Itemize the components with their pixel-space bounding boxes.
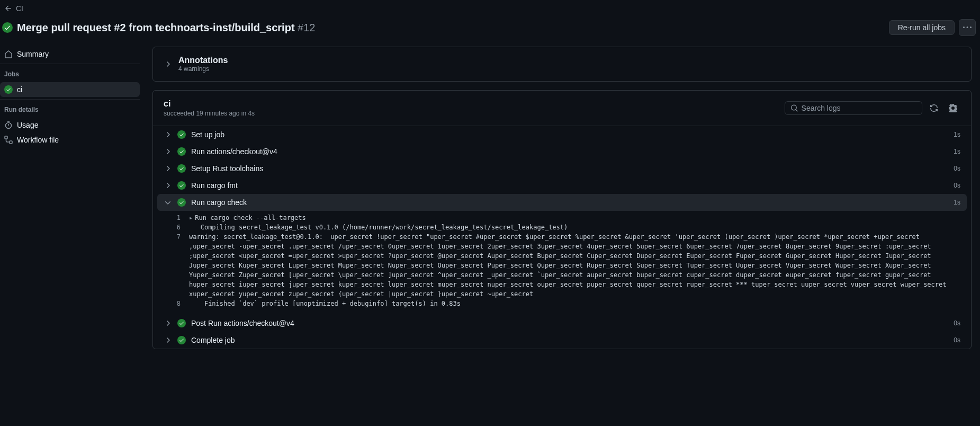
step-duration: 1s xyxy=(954,131,960,138)
sidebar-workflow-file[interactable]: Workflow file xyxy=(0,132,140,147)
search-icon xyxy=(790,104,798,112)
kebab-menu-button[interactable] xyxy=(959,19,976,36)
job-panel: ci succeeded 19 minutes ago in 4s xyxy=(152,90,972,349)
stopwatch-icon xyxy=(4,121,13,129)
run-title: Merge pull request #2 from technoarts-in… xyxy=(17,22,315,34)
chevron-right-icon xyxy=(164,60,172,68)
step-duration: 0s xyxy=(954,182,960,189)
step-name: Setup Rust toolchains xyxy=(191,164,263,173)
chevron-right-icon xyxy=(164,319,172,327)
arrow-left-icon xyxy=(4,4,13,13)
check-icon xyxy=(177,319,186,327)
log-line: 1▸Run cargo check --all-targets xyxy=(164,213,960,223)
chevron-right-icon xyxy=(164,181,172,190)
step-duration: 1s xyxy=(954,148,960,155)
log-search-input[interactable] xyxy=(802,104,916,112)
refresh-button[interactable] xyxy=(927,101,941,116)
check-icon xyxy=(177,130,186,139)
gear-icon xyxy=(949,104,957,112)
check-icon xyxy=(177,181,186,190)
sidebar-usage[interactable]: Usage xyxy=(0,118,140,132)
sidebar-summary-label: Summary xyxy=(17,50,49,58)
annotations-panel[interactable]: Annotations 4 warnings xyxy=(152,47,972,82)
breadcrumb-workflow: CI xyxy=(16,4,23,13)
sidebar: Summary Jobs ci Run details Usage Workfl… xyxy=(0,42,148,426)
chevron-right-icon xyxy=(164,164,172,173)
annotations-title: Annotations xyxy=(178,56,228,65)
rerun-all-button[interactable]: Re-run all jobs xyxy=(889,20,955,35)
run-number: #12 xyxy=(298,22,315,33)
chevron-right-icon xyxy=(164,130,172,139)
step-row[interactable]: Post Run actions/checkout@v40s xyxy=(153,315,971,332)
settings-button[interactable] xyxy=(946,101,960,116)
step-row[interactable]: Run cargo fmt0s xyxy=(153,177,971,194)
step-name: Complete job xyxy=(191,336,235,344)
step-name: Post Run actions/checkout@v4 xyxy=(191,319,294,327)
step-row[interactable]: Run actions/checkout@v41s xyxy=(153,143,971,160)
chevron-right-icon xyxy=(164,147,172,156)
check-icon xyxy=(4,85,13,94)
step-row[interactable]: Set up job1s xyxy=(153,126,971,143)
sidebar-usage-label: Usage xyxy=(17,121,38,129)
check-icon xyxy=(177,164,186,173)
job-status-line: succeeded 19 minutes ago in 4s xyxy=(164,110,255,117)
log-line: 8 Finished `dev` profile [unoptimized + … xyxy=(164,299,960,308)
log-search[interactable] xyxy=(785,101,922,115)
details-heading: Run details xyxy=(0,102,140,118)
step-name: Run cargo check xyxy=(191,198,247,207)
job-title: ci xyxy=(164,99,255,109)
check-icon xyxy=(177,147,186,156)
home-icon xyxy=(4,50,13,58)
log-output: 1▸Run cargo check --all-targets6 Compili… xyxy=(153,211,971,315)
step-duration: 0s xyxy=(954,320,960,327)
sidebar-job-label: ci xyxy=(17,85,22,94)
svg-rect-1 xyxy=(5,136,7,139)
step-row[interactable]: Setup Rust toolchains0s xyxy=(153,160,971,177)
jobs-heading: Jobs xyxy=(0,66,140,82)
kebab-icon xyxy=(963,23,972,32)
chevron-down-icon xyxy=(164,198,172,207)
step-row[interactable]: Complete job0s xyxy=(153,332,971,349)
step-row[interactable]: Run cargo check1s xyxy=(157,194,967,211)
step-duration: 0s xyxy=(954,336,960,344)
step-name: Run cargo fmt xyxy=(191,181,238,190)
sidebar-workflow-label: Workflow file xyxy=(17,136,59,144)
sync-icon xyxy=(930,104,938,112)
check-icon xyxy=(177,336,186,344)
sidebar-job-ci[interactable]: ci xyxy=(0,82,140,97)
log-line: 6 Compiling secret_leakage_test v0.1.0 (… xyxy=(164,223,960,232)
workflow-icon xyxy=(4,136,13,144)
run-status-icon xyxy=(2,22,13,33)
step-duration: 0s xyxy=(954,165,960,172)
check-icon xyxy=(177,198,186,207)
step-name: Set up job xyxy=(191,130,224,139)
sidebar-summary[interactable]: Summary xyxy=(0,47,140,61)
step-duration: 1s xyxy=(954,199,960,206)
svg-rect-2 xyxy=(10,141,12,144)
log-line: 7warning: secret_leakage_test@0.1.0: upe… xyxy=(164,232,960,299)
breadcrumb-back[interactable]: CI xyxy=(2,2,25,15)
chevron-right-icon xyxy=(164,336,172,344)
step-name: Run actions/checkout@v4 xyxy=(191,147,277,156)
annotations-subtitle: 4 warnings xyxy=(178,65,228,73)
